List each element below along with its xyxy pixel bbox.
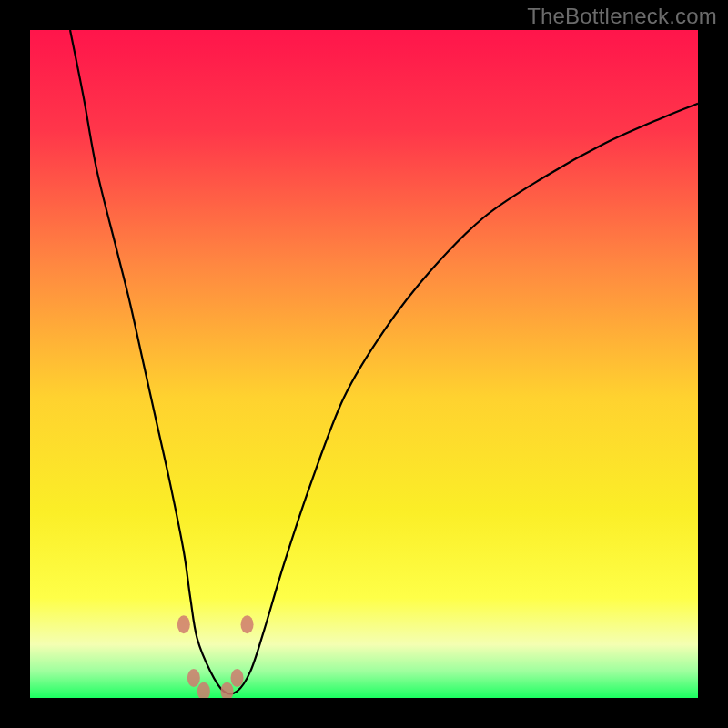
curve-marker (187, 669, 200, 687)
chart-frame: TheBottleneck.com (0, 0, 728, 728)
curve-marker (231, 669, 244, 687)
plot-area (30, 30, 698, 698)
curve-layer (30, 30, 698, 698)
watermark-text: TheBottleneck.com (527, 4, 717, 29)
curve-marker (221, 682, 234, 698)
curve-marker (177, 615, 190, 633)
curve-marker (197, 682, 210, 698)
curve-marker (241, 615, 254, 633)
bottleneck-curve (70, 30, 698, 693)
